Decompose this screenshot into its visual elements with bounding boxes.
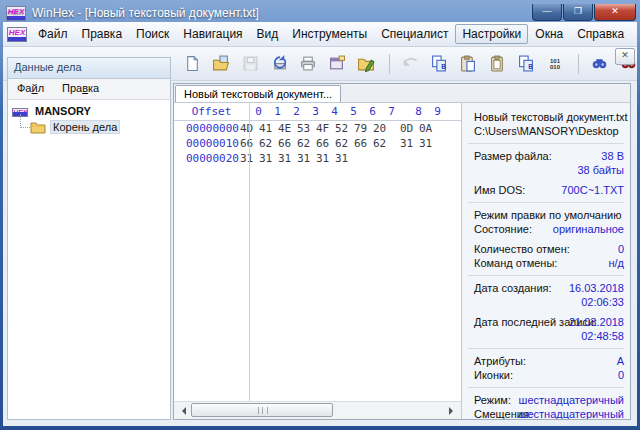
case-menu-item[interactable]: Правка [53,79,108,99]
tree-item-label: MANSORY [32,105,94,117]
info-row: Смещения:шестнадцатеричный [474,407,624,419]
hex-byte[interactable]: 31 [313,151,332,166]
offset-divider [249,103,250,402]
paste-new-button[interactable] [484,51,510,77]
copy-button[interactable]: B [426,51,452,77]
info-row: Состояние:оригинальное [474,222,624,236]
hex-byte[interactable]: 31 [294,151,313,166]
hex-offset: 00000010 [174,136,237,151]
info-row: 02:06:33 [474,295,624,309]
scroll-left-icon[interactable] [174,402,190,418]
hex-byte[interactable]: 0A [416,121,435,136]
menu-item[interactable]: Инструменты [285,24,374,44]
menu-item[interactable]: Файл [31,24,75,44]
menu-item[interactable]: Навигация [176,24,249,44]
properties-button[interactable] [324,51,350,77]
hex-column-header: Offset0123456789 [174,103,461,121]
hex-column-label: 4 [325,103,344,120]
info-value: 02:48:58 [581,329,624,343]
hex-row[interactable]: 000000004D414E534F5279200D0A [174,121,461,136]
hex-byte[interactable]: 31 [275,151,294,166]
menu-item[interactable]: Специалист [374,24,455,44]
hex-byte[interactable]: 62 [370,136,389,151]
paste-write-button[interactable] [455,51,481,77]
mdi-close-button[interactable]: ✕ [615,48,635,65]
hex-byte[interactable]: 52 [332,121,351,136]
hex-byte[interactable]: 31 [256,151,275,166]
close-button[interactable]: ✕ [594,4,636,21]
info-value: 38 байты [577,163,624,177]
hex-byte[interactable]: 31 [332,151,351,166]
scroll-right-icon[interactable] [445,402,461,418]
hex-byte[interactable]: 66 [237,136,256,151]
find-text-button[interactable] [586,51,612,77]
menu-item[interactable]: Справка [570,24,631,44]
hex-byte[interactable]: 20 [370,121,389,136]
hex-row[interactable]: 00000020313131313131 [174,151,461,166]
info-row: 02:48:58 [474,329,624,343]
tree-item[interactable]: HEXMANSORY [8,103,170,119]
info-row: Имя DOS:700C~1.TXT [474,183,624,197]
hex-byte[interactable]: 66 [351,136,370,151]
hex-byte[interactable]: 4D [237,121,256,136]
file-info-panel: Новый текстовый документ.txtC:\Users\MAN… [461,103,630,419]
hex-byte[interactable]: 31 [416,136,435,151]
properties-icon [328,55,346,72]
clipboard-icon [488,55,506,72]
document-tab[interactable]: Новый текстовый документ... [175,85,341,102]
minimize-button[interactable]: — [532,4,562,21]
title-bar: HEX WinHex - [Новый текстовый документ.t… [0,0,640,24]
hex-column-label: 7 [382,103,401,120]
undo-button [397,51,423,77]
new-file-button[interactable] [179,51,205,77]
hex-byte[interactable]: 41 [256,121,275,136]
menu-bar: HEX ФайлПравкаПоискНавигацияВидИнструмен… [3,22,637,47]
hex-byte[interactable]: 31 [397,136,416,151]
hex-byte[interactable]: 31 [237,151,256,166]
hex-byte[interactable]: 62 [256,136,275,151]
menu-item[interactable]: Настройки [455,24,528,44]
info-text: Режим правки по умолчанию [474,208,624,222]
hex-byte[interactable]: 79 [351,121,370,136]
print-button[interactable] [295,51,321,77]
hex-byte[interactable]: 0D [397,121,416,136]
hex-byte[interactable]: 66 [313,136,332,151]
info-value: шестнадцатеричный [519,407,624,419]
menu-item[interactable]: Вид [250,24,286,44]
menu-item[interactable]: Правка [75,24,130,44]
tree-item[interactable]: Корень дела [8,119,170,135]
info-row: Атрибуты:A [474,354,624,368]
offset-header: Offset [174,103,249,120]
hex-byte[interactable]: 62 [294,136,313,151]
edit-mode-button[interactable] [353,51,379,77]
horizontal-scrollbar[interactable] [174,401,461,419]
info-label: Иконки: [474,369,513,381]
hex-byte[interactable]: 53 [294,121,313,136]
copy-block-button[interactable]: B [513,51,539,77]
binary-copy-button[interactable]: 101010 [542,51,568,77]
open-file-button[interactable] [208,51,234,77]
hex-column-label: 6 [363,103,382,120]
info-row: Размер файла:38 B [474,149,624,163]
floppy-icon [242,55,259,72]
hex-byte[interactable]: 62 [332,136,351,151]
hex-byte[interactable]: 4E [275,121,294,136]
print-preview-button[interactable] [266,51,292,77]
tree-item-label: Корень дела [50,120,120,134]
hex-offset: 00000000 [174,121,237,136]
hex-byte[interactable]: 66 [275,136,294,151]
hex-editor[interactable]: Offset0123456789 000000004D414E534F52792… [174,103,461,419]
svg-text:B: B [528,63,533,70]
hex-row[interactable]: 0000001066626662666266623131 [174,136,461,151]
page-icon [184,55,201,72]
info-label: Имя DOS: [474,184,525,196]
case-menu-item[interactable]: Файл [8,79,53,99]
restore-button[interactable]: ❐ [563,4,593,21]
menu-item[interactable]: Окна [528,24,570,44]
scrollbar-thumb[interactable] [191,403,333,417]
copy-icon: B [430,55,448,72]
tab-bar: Новый текстовый документ... [174,84,630,103]
hex-byte[interactable]: 4F [313,121,332,136]
info-separator [468,275,624,276]
menu-item[interactable]: Поиск [129,24,176,44]
